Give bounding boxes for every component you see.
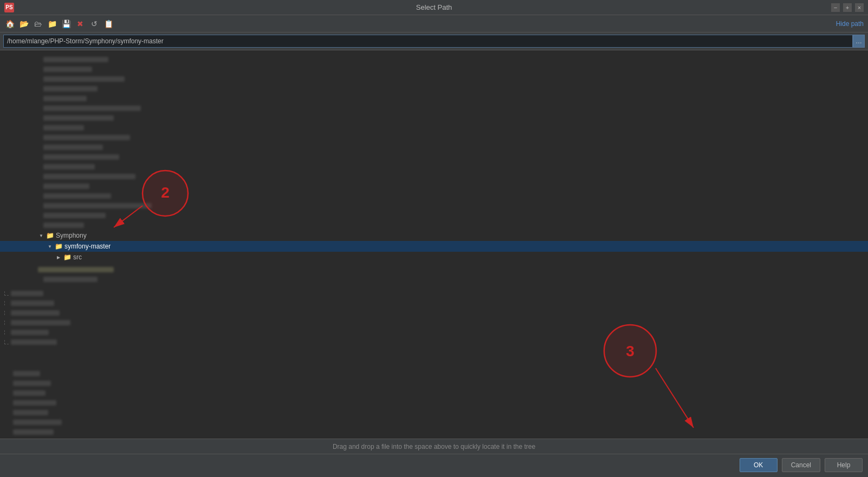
blurred-row (0, 94, 868, 103)
window-title: Select Path (416, 3, 452, 11)
blurred-row (0, 211, 868, 220)
blurred-row (0, 388, 868, 398)
close-button[interactable]: × (855, 3, 864, 12)
blurred-row (0, 123, 868, 133)
blurred-row (0, 113, 868, 123)
save-button[interactable]: 💾 (60, 17, 73, 30)
folder-icon-src: 📁 (63, 253, 72, 261)
status-bar: Drag and drop a file into the space abov… (0, 439, 868, 454)
blurred-row (0, 328, 868, 337)
file-tree-area[interactable]: ▼ 📁 Symphony ▼ 📁 symfony-master ▶ 📁 src (0, 50, 868, 439)
blurred-row (0, 289, 868, 298)
window-controls: − + × (831, 3, 864, 12)
path-bar: … (0, 32, 868, 50)
open-button[interactable]: 📂 (17, 17, 30, 30)
blurred-row (0, 191, 868, 201)
blurred-row (0, 408, 868, 417)
maximize-button[interactable]: + (843, 3, 852, 12)
path-input[interactable] (3, 35, 853, 48)
expand-arrow-symphony: ▼ (37, 233, 46, 238)
tree-label-src: src (73, 253, 82, 261)
tree-item-src[interactable]: ▶ 📁 src (0, 252, 868, 263)
blurred-row (0, 369, 868, 378)
cancel-button[interactable]: Cancel (782, 458, 820, 472)
refresh-button[interactable]: ↺ (88, 17, 101, 30)
blurred-row (0, 74, 868, 84)
blurred-row (0, 337, 868, 347)
blurred-row (0, 308, 868, 318)
tree-label-symphony: Symphony (56, 232, 87, 239)
clipboard-button[interactable]: 📋 (102, 17, 115, 30)
blurred-row (0, 275, 868, 284)
blurred-row (0, 220, 868, 230)
blurred-row (0, 142, 868, 152)
blurred-row (0, 64, 868, 74)
blurred-row (0, 55, 868, 64)
path-browse-button[interactable]: … (853, 35, 865, 48)
file-tree: ▼ 📁 Symphony ▼ 📁 symfony-master ▶ 📁 src (0, 50, 868, 439)
toolbar: 🏠 📂 🗁 📁 💾 ✖ ↺ 📋 Hide path (0, 15, 868, 32)
blurred-row (0, 162, 868, 172)
blurred-row (0, 378, 868, 388)
blurred-row (0, 152, 868, 162)
button-bar: OK Cancel Help (0, 454, 868, 475)
minimize-button[interactable]: − (831, 3, 840, 12)
folder-up-button[interactable]: 📁 (46, 17, 59, 30)
tree-label-symfony-master: symfony-master (64, 243, 111, 250)
new-folder-button[interactable]: 🗁 (31, 17, 44, 30)
blurred-row (0, 201, 868, 211)
ok-button[interactable]: OK (740, 458, 778, 472)
blurred-row (0, 84, 868, 94)
blurred-row (0, 398, 868, 408)
title-bar: PS Select Path − + × (0, 0, 868, 15)
tree-item-symphony[interactable]: ▼ 📁 Symphony (0, 230, 868, 241)
blurred-row (0, 427, 868, 437)
delete-button[interactable]: ✖ (74, 17, 87, 30)
blurred-row (0, 172, 868, 181)
status-text: Drag and drop a file into the space abov… (333, 443, 535, 450)
app-logo: PS (4, 3, 14, 12)
blurred-row (0, 318, 868, 328)
blurred-row (0, 103, 868, 113)
blurred-row (0, 133, 868, 142)
blurred-row (0, 181, 868, 191)
hide-path-button[interactable]: Hide path (836, 20, 864, 28)
help-button[interactable]: Help (825, 458, 863, 472)
blurred-row (0, 265, 868, 275)
folder-icon-symfony-master: 📁 (54, 243, 63, 250)
expand-arrow-src: ▶ (54, 255, 63, 260)
expand-arrow-symfony-master: ▼ (46, 244, 54, 249)
folder-icon-symphony: 📁 (46, 232, 54, 239)
home-button[interactable]: 🏠 (3, 17, 16, 30)
blurred-row (0, 298, 868, 308)
tree-item-symfony-master[interactable]: ▼ 📁 symfony-master (0, 241, 868, 252)
blurred-row (0, 417, 868, 427)
